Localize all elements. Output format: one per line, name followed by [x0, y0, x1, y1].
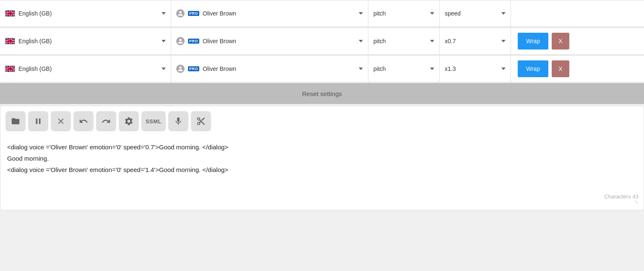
row-actions-2: Wrap X [511, 28, 644, 54]
lang-chevron-3 [162, 68, 166, 70]
pitch-chevron-1 [430, 12, 434, 15]
pitch-dropdown-1[interactable]: pitch [368, 0, 440, 26]
editor-line-2: Good morning. [7, 153, 637, 164]
editor-text[interactable]: <dialog voice ='Oliver Brown' emotion='0… [5, 138, 639, 188]
voice-dropdown-3[interactable]: PRO Oliver Brown [171, 56, 368, 82]
x-button-3[interactable]: X [552, 60, 569, 77]
voice-dropdown-1[interactable]: PRO Oliver Brown [171, 0, 368, 26]
pitch-label-2: pitch [373, 38, 386, 44]
editor-toolbar: SSML [5, 111, 639, 131]
ssml-button[interactable]: SSML [141, 111, 166, 131]
row-actions-1 [511, 0, 644, 26]
pause-button[interactable] [28, 111, 48, 131]
voice-name-1: Oliver Brown [203, 10, 236, 17]
speed-dropdown-3[interactable]: x1.3 [440, 56, 511, 82]
editor-line-1: <dialog voice ='Oliver Brown' emotion='0… [7, 141, 637, 153]
speed-chevron-3 [501, 68, 506, 70]
pro-badge-3: PRO [188, 66, 199, 71]
language-dropdown-1[interactable]: English (GB) [0, 0, 171, 26]
speed-label-3: x1.3 [445, 65, 456, 72]
voice-avatar-3 [176, 65, 185, 73]
voice-name-3: Oliver Brown [203, 65, 236, 72]
pitch-chevron-3 [430, 68, 434, 70]
scissors-button[interactable] [191, 111, 211, 131]
voice-rows: English (GB) PRO Oliver Brown pitch [0, 0, 644, 82]
pitch-label-1: pitch [373, 10, 386, 17]
flag-gb-icon-3 [5, 65, 15, 72]
pro-badge-1: PRO [188, 11, 199, 16]
reset-settings-label: Reset settings [302, 90, 342, 97]
speed-dropdown-1[interactable]: speed [440, 0, 511, 26]
voice-chevron-3 [359, 68, 363, 70]
voice-row-3: English (GB) PRO Oliver Brown pitch [0, 55, 644, 82]
ssml-label: SSML [146, 118, 162, 125]
language-dropdown-3[interactable]: English (GB) [0, 56, 171, 82]
speed-chevron-1 [501, 12, 506, 15]
folder-button[interactable] [5, 111, 26, 131]
wrap-button-2[interactable]: Wrap [518, 33, 548, 50]
row-actions-3: Wrap X [511, 56, 644, 82]
speed-label-2: x0.7 [445, 38, 456, 44]
editor-container: SSML <dialog voice ='Oliver Brown' emoti… [0, 106, 644, 210]
speed-chevron-2 [501, 40, 506, 42]
voice-button[interactable] [168, 111, 188, 131]
language-dropdown-2[interactable]: English (GB) [0, 28, 171, 54]
lang-chevron-2 [162, 40, 166, 42]
language-label-1: English (GB) [18, 10, 52, 17]
x-button-2[interactable]: X [552, 33, 569, 50]
pitch-label-3: pitch [373, 65, 386, 72]
speed-label-1: speed [445, 10, 461, 17]
pitch-chevron-2 [430, 40, 434, 42]
settings-button[interactable] [119, 111, 139, 131]
flag-gb-icon-2 [5, 38, 15, 44]
pitch-dropdown-2[interactable]: pitch [368, 28, 440, 54]
resize-handle-icon: ⤡ [634, 200, 639, 205]
pro-badge-2: PRO [188, 39, 199, 44]
voice-chevron-2 [359, 40, 363, 42]
redo-button[interactable] [96, 111, 116, 131]
language-label-2: English (GB) [18, 38, 52, 44]
editor-line-3: <dialog voice ='Oliver Brown' emotion='0… [7, 164, 637, 175]
speed-dropdown-2[interactable]: x0.7 [440, 28, 511, 54]
voice-row-1: English (GB) PRO Oliver Brown pitch [0, 0, 644, 27]
voice-name-2: Oliver Brown [203, 38, 236, 44]
pitch-dropdown-3[interactable]: pitch [368, 56, 440, 82]
lang-chevron-1 [162, 12, 166, 15]
wrap-button-3[interactable]: Wrap [518, 60, 548, 77]
undo-button[interactable] [73, 111, 94, 131]
voice-avatar-2 [176, 37, 185, 45]
voice-row-2: English (GB) PRO Oliver Brown pitch [0, 28, 644, 55]
reset-settings-bar[interactable]: Reset settings [0, 83, 644, 104]
voice-dropdown-2[interactable]: PRO Oliver Brown [171, 28, 368, 54]
clear-button[interactable] [51, 111, 71, 131]
flag-gb-icon-1 [5, 10, 15, 17]
char-count: Characters 43 [604, 193, 639, 200]
voice-chevron-1 [359, 12, 363, 15]
language-label-3: English (GB) [18, 65, 52, 72]
voice-avatar-1 [176, 9, 185, 18]
main-container: English (GB) PRO Oliver Brown pitch [0, 0, 644, 210]
